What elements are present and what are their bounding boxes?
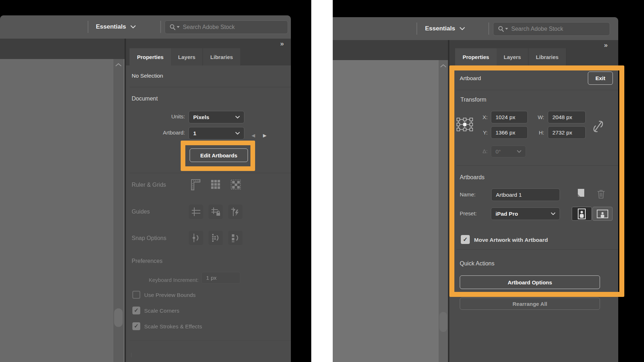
section-divider [130,341,291,341]
section-divider [130,87,291,87]
text-caret-mark [131,353,132,357]
artboard-dropdown[interactable]: 1 [189,127,244,140]
search-options-caret-icon [505,28,508,30]
artboard-value: 1 [193,130,235,137]
previous-artboard-button[interactable]: ◀ [252,133,255,138]
highlight-artboard-panel [449,65,624,297]
tab-properties[interactable]: Properties [455,48,497,65]
document-canvas[interactable] [333,60,448,362]
workspace-name: Essentials [96,23,126,30]
next-artboard-button[interactable]: ▶ [263,133,267,138]
screenshot-gap [311,0,333,362]
canvas-scrollbar[interactable] [439,60,448,362]
toolbar-separator [88,21,88,33]
illustrator-window-left: Essentials Search Adobe Stock » Properti… [0,15,291,362]
scroll-up-icon[interactable] [116,63,121,67]
selection-status: No Selection [132,73,163,79]
snap-to-pixel-button[interactable] [228,231,243,245]
units-dropdown[interactable]: Pixels [189,111,244,123]
keyboard-increment-value: 1 px [206,275,236,281]
tab-layers[interactable]: Layers [171,48,203,65]
highlight-edit-artboards [181,141,255,171]
snap-to-grid-button[interactable] [209,231,223,245]
toolbar-separator [160,21,161,33]
search-input[interactable]: Search Adobe Stock [165,20,288,34]
workspace-switcher[interactable]: Essentials [96,15,136,38]
canvas-scrollbar[interactable] [113,59,123,362]
scroll-up-icon[interactable] [440,64,446,68]
properties-panel: No Selection Document Units: Pixels Artb… [126,65,291,362]
collapse-panel-button[interactable]: » [604,41,608,49]
comparison-canvas: Essentials Search Adobe Stock » Properti… [0,0,644,362]
scrollbar-thumb[interactable] [114,308,123,327]
smart-guides-button[interactable] [228,205,243,219]
collapse-panel-button[interactable]: » [280,40,284,48]
transparency-grid-icon[interactable] [230,179,241,190]
chevron-down-icon [131,25,136,29]
tab-label: Properties [463,54,489,60]
tab-label: Layers [178,54,195,60]
scale-corners-label[interactable]: Scale Corners [144,307,179,315]
app-bar: Essentials Search Adobe Stock [0,15,291,39]
use-preview-bounds-checkbox[interactable] [132,291,140,299]
tab-label: Properties [137,54,164,60]
chevron-down-icon [235,116,240,119]
keyboard-increment-field[interactable]: 1 px [201,272,240,284]
search-placeholder: Search Adobe Stock [183,24,235,30]
tab-label: Libraries [536,54,558,60]
lock-guides-button[interactable] [209,205,223,219]
units-label: Units: [126,113,185,121]
workspace-switcher[interactable]: Essentials [425,17,465,40]
tab-layers[interactable]: Layers [497,48,528,65]
show-rulers-icon[interactable] [190,178,201,191]
ruler-grids-label: Ruler & Grids [132,182,166,188]
tab-libraries[interactable]: Libraries [203,48,241,65]
app-bar: Essentials Search Adobe Stock [333,17,618,40]
show-guides-button[interactable] [189,205,203,219]
scale-corners-checkbox[interactable] [132,307,140,314]
scale-strokes-effects-label[interactable]: Scale Strokes & Effects [144,323,202,331]
search-icon [498,26,508,33]
chevron-down-icon [460,27,465,30]
search-placeholder: Search Adobe Stock [511,26,563,32]
tab-properties[interactable]: Properties [130,48,171,65]
search-icon [169,24,180,31]
keyboard-increment-label: Keyboard Increment: [126,276,199,284]
preferences-section-header: Preferences [132,258,162,264]
use-preview-bounds-label[interactable]: Use Preview Bounds [144,291,196,299]
search-input[interactable]: Search Adobe Stock [493,22,610,36]
chevron-down-icon [235,132,240,135]
scale-strokes-effects-checkbox[interactable] [132,322,140,330]
show-grid-icon[interactable] [210,179,221,190]
tab-libraries[interactable]: Libraries [528,48,566,65]
document-section-header: Document [132,96,158,102]
section-divider [130,173,291,173]
guides-label: Guides [132,209,150,215]
toolbar-separator [416,23,417,35]
tab-label: Layers [504,54,521,60]
rearrange-all-button[interactable]: Rearrange All [460,298,600,310]
workspace-name: Essentials [425,25,455,32]
units-value: Pixels [193,114,235,121]
scrollbar-thumb[interactable] [439,312,447,332]
search-options-caret-icon [177,26,180,28]
artboard-label: Artboard: [126,129,185,137]
tab-label: Libraries [210,54,233,60]
toolbar-separator [488,23,489,35]
snap-options-label: Snap Options [132,235,166,241]
document-canvas[interactable] [0,59,125,362]
snap-to-point-button[interactable] [189,231,203,245]
